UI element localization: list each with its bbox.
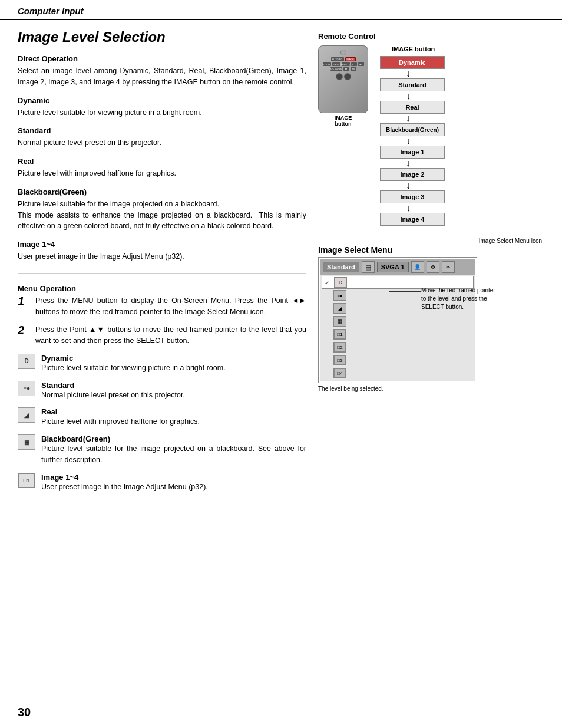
menu-screenshot: Standard ▤ SVGA 1 👤 ⚙ ✂ ✓ D: [318, 257, 477, 383]
direct-operation-heading: Direct Operation: [18, 54, 306, 63]
menu-standard-desc: Normal picture level preset on this proj…: [41, 390, 185, 401]
dynamic-icon: D: [18, 354, 35, 369]
step-1-text: Press the MENU button to display the On-…: [35, 295, 306, 318]
menu-top-bar: Standard ▤ SVGA 1 👤 ⚙ ✂: [320, 259, 475, 275]
menu-row-icon-3: ▦: [333, 316, 346, 327]
real-desc: Picture level with improved halftone for…: [18, 168, 306, 179]
seq-real: Real: [380, 101, 445, 114]
menu-top-icon2: 👤: [411, 261, 424, 273]
menu-real-heading: Real: [41, 407, 200, 416]
menu-image14-heading: Image 1~4: [41, 473, 208, 482]
image14-heading: Image 1~4: [18, 240, 306, 249]
seq-image2: Image 2: [380, 168, 445, 181]
image-button-label: IMAGEbutton: [335, 115, 352, 127]
remote-control-section: Remote Control AUTO PC IMAGE ZOOM: [318, 32, 542, 226]
step-2-number: 2: [18, 324, 29, 347]
blackboard-desc: Picture level suitable for the image pro…: [18, 199, 306, 232]
menu-row-3: ▦: [322, 315, 474, 328]
page-header: Computer Input: [0, 0, 562, 20]
header-title: Computer Input: [18, 6, 84, 16]
standard-heading: Standard: [18, 126, 306, 135]
menu-row-7: □4: [322, 367, 474, 380]
menu-top-icon1: ▤: [362, 261, 375, 273]
menu-blackboard-desc: Picture level suitable for the image pro…: [41, 443, 306, 466]
menu-row-icon-1: ≡●: [333, 290, 346, 301]
menu-image14-item: □1 Image 1~4 User preset image in the Im…: [18, 473, 306, 493]
menu-standard-heading: Standard: [41, 381, 185, 390]
standard-icon: ≡◆: [18, 381, 35, 396]
image14-desc: User preset image in the Image Adjust Me…: [18, 251, 306, 262]
seq-image4: Image 4: [380, 213, 445, 226]
menu-row-icon-6: □3: [333, 355, 346, 365]
page-number: 30: [18, 706, 31, 719]
blackboard-heading: Blackboard(Green): [18, 187, 306, 196]
menu-blackboard-heading: Blackboard(Green): [41, 434, 306, 443]
blackboard-icon: ▦: [18, 434, 35, 450]
page-title: Image Level Selection: [18, 29, 306, 45]
menu-standard-item: ≡◆ Standard Normal picture level preset …: [18, 381, 306, 401]
menu-row-5: □2: [322, 341, 474, 354]
standard-desc: Normal picture level preset on this proj…: [18, 137, 306, 149]
check-mark: ✓: [325, 279, 332, 286]
menu-operation-heading: Menu Operation: [18, 284, 306, 293]
menu-real-desc: Picture level with improved halftone for…: [41, 416, 200, 427]
image-select-menu-label: Image Select Menu: [318, 245, 542, 255]
menu-callout-text: Move the red framed pointer to the level…: [421, 286, 498, 311]
selected-label: The level being selected.: [318, 386, 542, 392]
menu-top-standard: Standard: [323, 262, 359, 272]
menu-image14-desc: User preset image in the Image Adjust Me…: [41, 482, 208, 493]
menu-row-icon-5: □2: [333, 342, 346, 353]
seq-dynamic: Dynamic: [380, 56, 445, 69]
seq-standard: Standard: [380, 78, 445, 91]
menu-dynamic-desc: Picture level suitable for viewing pictu…: [41, 363, 226, 374]
direct-operation-body: Select an image level among Dynamic, Sta…: [18, 65, 306, 88]
image-select-menu-icon-label: Image Select Menu icon: [479, 238, 542, 244]
seq-blackboard: Blackboard(Green): [380, 123, 445, 136]
menu-row-icon-7: □4: [333, 368, 346, 378]
menu-row-icon-0: D: [334, 277, 347, 288]
menu-row-icon-2: ◢: [333, 303, 346, 314]
dynamic-desc: Picture level suitable for viewing pictu…: [18, 107, 306, 118]
menu-top-channel: SVGA 1: [377, 262, 409, 272]
image14-icon: □1: [18, 473, 35, 488]
step-2-text: Press the Point ▲▼ buttons to move the r…: [35, 324, 306, 347]
menu-top-icon3: ⚙: [427, 261, 439, 273]
menu-top-icon4: ✂: [442, 261, 455, 273]
menu-row-4: □1: [322, 328, 474, 341]
menu-row-icon-4: □1: [333, 329, 346, 340]
image-button-diagram-label: IMAGE button: [392, 45, 435, 52]
menu-row-6: □3: [322, 354, 474, 367]
dynamic-heading: Dynamic: [18, 96, 306, 105]
real-heading: Real: [18, 157, 306, 166]
menu-blackboard-item: ▦ Blackboard(Green) Picture level suitab…: [18, 434, 306, 466]
menu-real-item: ◢ Real Picture level with improved halft…: [18, 407, 306, 427]
remote-control-label: Remote Control: [318, 32, 542, 41]
remote-control-image: AUTO PC IMAGE ZOOM PAGE FREEZE P-1 AV NO…: [318, 45, 368, 127]
step-1-number: 1: [18, 295, 29, 318]
real-icon: ◢: [18, 407, 35, 423]
seq-image3: Image 3: [380, 190, 445, 203]
image-select-menu-section: Image Select Menu icon Image Select Menu…: [318, 238, 542, 392]
menu-dynamic-item: D Dynamic Picture level suitable for vie…: [18, 354, 306, 374]
menu-dynamic-heading: Dynamic: [41, 354, 226, 363]
seq-image1: Image 1: [380, 146, 445, 159]
